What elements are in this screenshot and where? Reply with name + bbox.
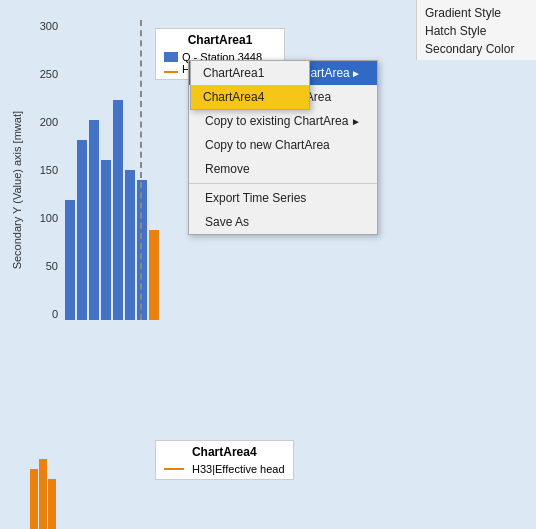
- menu-item-saveas-label: Save As: [205, 215, 249, 229]
- menu-item-copy-existing[interactable]: Copy to existing ChartArea ►: [189, 109, 377, 133]
- right-panel: Gradient Style Hatch Style Secondary Col…: [416, 0, 536, 60]
- bar-1: [65, 200, 75, 320]
- y-tick-50: 50: [28, 260, 58, 272]
- y-tick-150: 150: [28, 164, 58, 176]
- right-panel-hatch: Hatch Style: [425, 22, 528, 40]
- y-tick-100: 100: [28, 212, 58, 224]
- bottom-bar-3: [48, 479, 56, 529]
- y-tick-200: 200: [28, 116, 58, 128]
- right-panel-gradient: Gradient Style: [425, 4, 528, 22]
- submenu-move-existing: ChartArea1 ChartArea4: [190, 60, 310, 110]
- submenu-item-chartarea4[interactable]: ChartArea4: [191, 85, 309, 109]
- bottom-bar-1: [30, 469, 38, 529]
- bar-8: [149, 230, 159, 320]
- menu-item-copy-new-label: Copy to new ChartArea: [205, 138, 330, 152]
- chartarea4-legend: ChartArea4 H33|Effective head: [155, 440, 294, 480]
- bar-3: [89, 120, 99, 320]
- y-tick-0: 0: [28, 308, 58, 320]
- menu-item-saveas[interactable]: Save As: [189, 210, 377, 234]
- bottom-bar-2: [39, 459, 47, 529]
- chartarea4-title: ChartArea4: [164, 445, 285, 459]
- menu-item-remove-label: Remove: [205, 162, 250, 176]
- submenu-arrow-0: ►: [351, 68, 361, 79]
- menu-item-remove[interactable]: Remove: [189, 157, 377, 181]
- y-axis-ticks: 300 250 200 150 100 50 0: [28, 20, 58, 320]
- y-tick-250: 250: [28, 68, 58, 80]
- submenu-item-chartarea1[interactable]: ChartArea1: [191, 61, 309, 85]
- chartarea1-title: ChartArea1: [164, 33, 276, 47]
- menu-item-copy-new[interactable]: Copy to new ChartArea: [189, 133, 377, 157]
- chart-bars: [65, 20, 165, 320]
- bar-7: [137, 180, 147, 320]
- chartarea4-legend-item: H33|Effective head: [164, 463, 285, 475]
- legend-color-blue: [164, 52, 178, 62]
- legend-color-orange: [164, 71, 178, 73]
- chartarea4-legend-label: H33|Effective head: [192, 463, 285, 475]
- dashed-separator: [140, 20, 142, 320]
- bar-6: [125, 170, 135, 320]
- menu-item-copy-existing-label: Copy to existing ChartArea: [205, 114, 348, 128]
- menu-item-export[interactable]: Export Time Series: [189, 186, 377, 210]
- bottom-bars: [0, 449, 70, 529]
- menu-item-export-label: Export Time Series: [205, 191, 306, 205]
- submenu-arrow-2: ►: [351, 116, 361, 127]
- y-axis-label: Secondary Y (Value) axis [mwat]: [8, 50, 26, 330]
- bar-2: [77, 140, 87, 320]
- bar-5: [113, 100, 123, 320]
- legend-orange-line-icon: [164, 468, 184, 470]
- y-tick-300: 300: [28, 20, 58, 32]
- menu-separator: [189, 183, 377, 184]
- bar-4: [101, 160, 111, 320]
- right-panel-secondary-color: Secondary Color: [425, 40, 528, 58]
